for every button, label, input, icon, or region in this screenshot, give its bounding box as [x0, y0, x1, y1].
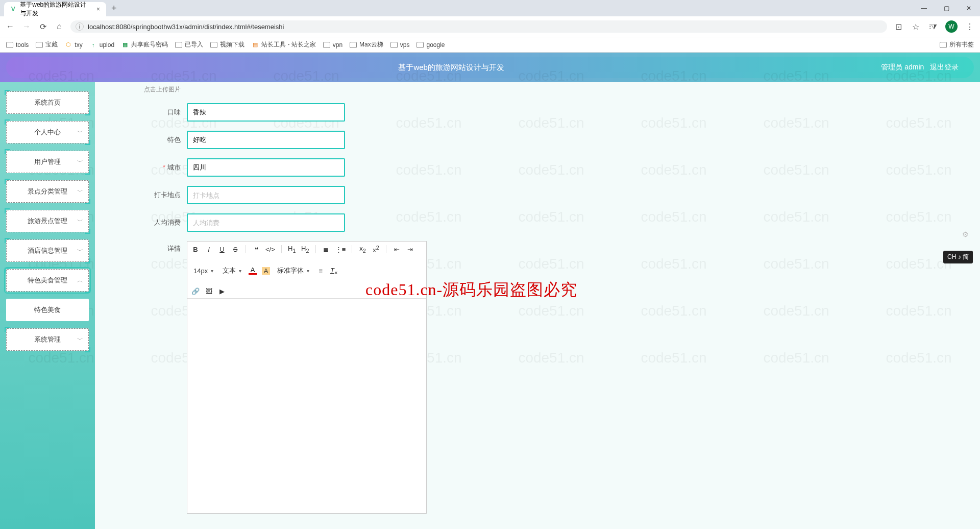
- image-button[interactable]: 🖼: [205, 287, 213, 295]
- upload-icon: ↑: [90, 41, 97, 49]
- indent-button[interactable]: ⇥: [406, 246, 414, 253]
- tab-title: 基于web的旅游网站设计与开发: [20, 1, 88, 18]
- strike-button[interactable]: S: [231, 246, 239, 253]
- app-root: code51.cncode51.cncode51.cncode51.cncode…: [0, 53, 980, 529]
- sidebar-spot-category[interactable]: 景点分类管理﹀: [6, 180, 89, 203]
- font-size-select[interactable]: 14px▾: [191, 267, 215, 275]
- chevron-down-icon: ﹀: [77, 187, 83, 196]
- font-family-select[interactable]: 标准字体▾: [275, 266, 311, 275]
- nav-back-icon[interactable]: ←: [5, 22, 15, 31]
- input-taste[interactable]: [187, 103, 345, 122]
- window-maximize-button[interactable]: ▢: [935, 0, 958, 16]
- browser-chrome: V 基于web的旅游网站设计与开发 × + — ▢ ✕ ← → ⟳ ⌂ i lo…: [0, 0, 980, 53]
- lens-icon[interactable]: ⊡: [893, 22, 903, 32]
- folder-icon: [940, 42, 947, 48]
- nav-reload-icon[interactable]: ⟳: [38, 22, 48, 32]
- nav-forward-icon[interactable]: →: [21, 22, 32, 31]
- video-button[interactable]: ▶: [218, 287, 226, 295]
- sidebar-profile[interactable]: 个人中心﹀: [6, 121, 89, 143]
- gear-icon[interactable]: ⚙: [962, 230, 969, 238]
- label-city: 城市: [126, 163, 187, 172]
- text-color-button[interactable]: A: [249, 267, 257, 275]
- sidebar-spot-manage[interactable]: 旅游景点管理﹀: [6, 210, 89, 232]
- folder-icon: [6, 42, 13, 48]
- logout-link[interactable]: 退出登录: [930, 63, 959, 71]
- menu-dots-icon[interactable]: ⋮: [965, 22, 975, 32]
- bookmark-txy[interactable]: ⬡txy: [65, 41, 82, 49]
- chevron-down-icon: ﹀: [77, 335, 83, 344]
- outdent-button[interactable]: ⇤: [393, 246, 401, 253]
- h2-button[interactable]: H2: [301, 245, 309, 254]
- label-taste: 口味: [126, 108, 187, 117]
- label-detail: 详情: [126, 241, 187, 253]
- extensions-icon[interactable]: ⁝⧩: [928, 22, 938, 31]
- label-checkin: 打卡地点: [126, 190, 187, 200]
- bold-button[interactable]: B: [191, 246, 200, 253]
- italic-button[interactable]: I: [205, 246, 213, 253]
- superscript-button[interactable]: x2: [372, 245, 380, 254]
- site-info-icon[interactable]: i: [76, 22, 84, 31]
- topbar-wrap: 基于web的旅游网站设计与开发 管理员 admin 退出登录: [0, 53, 980, 82]
- window-minimize-button[interactable]: —: [913, 0, 935, 16]
- sidebar-home[interactable]: 系统首页: [6, 91, 89, 114]
- new-tab-button[interactable]: +: [111, 3, 117, 14]
- bookmark-tools[interactable]: tools: [6, 41, 29, 49]
- main-layout: 系统首页 个人中心﹀ 用户管理﹀ 景点分类管理﹀ 旅游景点管理﹀ 酒店信息管理﹀…: [0, 82, 980, 529]
- underline-button[interactable]: U: [218, 246, 226, 253]
- bookmark-imported[interactable]: 已导入: [175, 40, 203, 49]
- browser-tab[interactable]: V 基于web的旅游网站设计与开发 ×: [4, 2, 106, 16]
- bookmark-maxyunti[interactable]: Max云梯: [350, 40, 383, 49]
- editor-body[interactable]: [187, 299, 426, 513]
- bookmark-baozang[interactable]: 宝藏: [36, 40, 58, 49]
- tab-close-icon[interactable]: ×: [96, 6, 100, 13]
- unordered-list-button[interactable]: ⋮≡: [335, 246, 346, 253]
- form-row-city: 城市: [126, 158, 960, 177]
- folder-icon: [350, 42, 357, 48]
- block-type-select[interactable]: 文本▾: [220, 266, 243, 275]
- code-button[interactable]: </>: [265, 246, 275, 253]
- bookmark-vps[interactable]: vps: [390, 41, 410, 49]
- quote-button[interactable]: ❝: [252, 246, 260, 253]
- window-close-button[interactable]: ✕: [958, 0, 980, 16]
- bg-color-button[interactable]: A: [262, 267, 270, 275]
- user-role: 管理员: [881, 63, 902, 71]
- subscript-button[interactable]: x2: [358, 245, 366, 254]
- bookmark-google[interactable]: google: [416, 41, 445, 49]
- folder-icon: [390, 42, 398, 48]
- nav-bar: ← → ⟳ ⌂ i localhost:8080/springboothw31x…: [0, 16, 980, 37]
- bookmark-bar: tools 宝藏 ⬡txy ↑uplod ▦共享账号密码 已导入 视频下载 ▤站…: [0, 37, 980, 52]
- form-row-avgcost: 人均消费: [126, 213, 960, 232]
- input-city[interactable]: [187, 158, 345, 177]
- hex-icon: ⬡: [65, 41, 72, 49]
- bookmark-share-acct[interactable]: ▦共享账号密码: [121, 40, 168, 49]
- form-row-taste: 口味: [126, 103, 960, 122]
- link-button[interactable]: 🔗: [191, 287, 200, 295]
- bookmark-star-icon[interactable]: ☆: [911, 22, 921, 32]
- sidebar-food-sub[interactable]: 特色美食: [6, 299, 89, 321]
- topbar: 基于web的旅游网站设计与开发 管理员 admin 退出登录: [6, 57, 974, 78]
- input-checkin[interactable]: [187, 186, 345, 204]
- input-feature[interactable]: [187, 131, 345, 149]
- h1-button[interactable]: H1: [288, 245, 296, 254]
- profile-avatar[interactable]: W: [945, 20, 958, 33]
- ordered-list-button[interactable]: ≣: [322, 246, 330, 253]
- clear-format-button[interactable]: T×: [330, 267, 338, 276]
- sidebar-hotel-manage[interactable]: 酒店信息管理﹀: [6, 239, 89, 262]
- align-button[interactable]: ≡: [316, 267, 325, 275]
- bookmark-video-dl[interactable]: 视频下载: [210, 40, 244, 49]
- bookmark-uplod[interactable]: ↑uplod: [90, 41, 114, 49]
- nav-home-icon[interactable]: ⌂: [54, 22, 64, 31]
- sidebar-food-manage[interactable]: 特色美食管理︿: [6, 269, 89, 292]
- bookmark-all[interactable]: 所有书签: [940, 40, 974, 49]
- editor-toolbar: B I U S ❝ </> H1 H2 ≣ ⋮≡ x2: [187, 242, 426, 299]
- label-feature: 特色: [126, 135, 187, 145]
- sidebar-users[interactable]: 用户管理﹀: [6, 151, 89, 173]
- tab-bar: V 基于web的旅游网站设计与开发 × + — ▢ ✕: [0, 0, 980, 16]
- bookmark-zhanzhang[interactable]: ▤站长工具 - 站长之家: [252, 40, 316, 49]
- url-bar[interactable]: i localhost:8080/springboothw31x/admin/d…: [70, 20, 887, 33]
- chevron-down-icon: ﹀: [77, 247, 83, 255]
- sidebar-system[interactable]: 系统管理﹀: [6, 328, 89, 351]
- label-avgcost: 人均消费: [126, 218, 187, 227]
- input-avgcost[interactable]: [187, 213, 345, 232]
- bookmark-vpn[interactable]: vpn: [323, 41, 342, 49]
